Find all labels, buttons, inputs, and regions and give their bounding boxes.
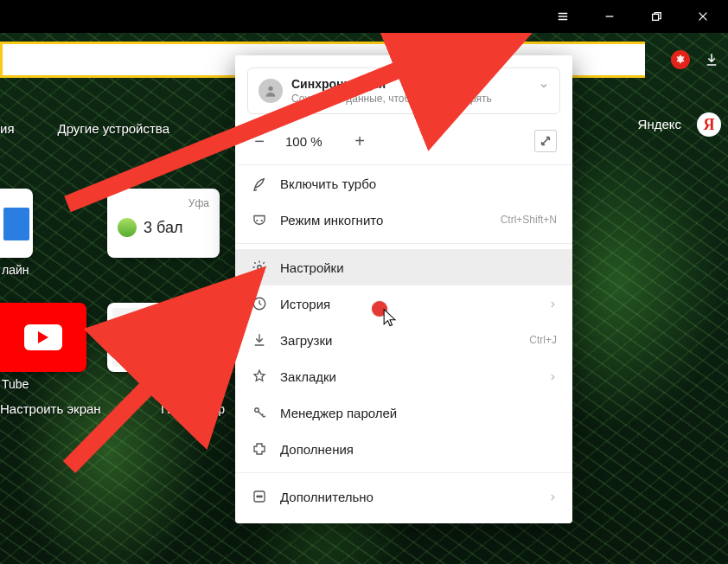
puzzle-icon	[251, 440, 268, 458]
gallery-link[interactable]: Галерея ф	[161, 401, 225, 416]
menu-item-turbo[interactable]: Включить турбо	[235, 165, 572, 202]
tile-docs-caption: лайн	[2, 263, 29, 277]
menu-item-label: Дополнительно	[280, 490, 374, 504]
menu-item-downloads[interactable]: Загрузки Ctrl+J	[235, 322, 572, 358]
weather-city: Уфа	[118, 197, 209, 209]
tile-docs[interactable]	[0, 189, 33, 258]
menu-item-addons[interactable]: Дополнения	[235, 431, 572, 467]
svg-point-1	[268, 87, 272, 91]
svg-point-6	[257, 496, 259, 497]
chevron-down-icon	[539, 79, 549, 94]
fullscreen-icon	[540, 135, 552, 147]
restore-icon	[650, 10, 662, 22]
menu-item-label: Менеджер паролей	[280, 406, 397, 420]
adblock-icon[interactable]	[671, 50, 690, 69]
main-menu-dropdown: Синхронизация Сохраните данные, чтобы их…	[235, 55, 572, 523]
gallery-cell: Яндекс	[112, 308, 162, 336]
chevron-right-icon	[548, 369, 557, 384]
star-icon	[251, 368, 268, 385]
tab-other-devices[interactable]: Другие устройства	[58, 121, 169, 136]
tile-weather[interactable]: Уфа 3 бал	[107, 189, 220, 258]
menu-item-passwords[interactable]: Менеджер паролей	[235, 394, 572, 431]
hamburger-icon	[557, 10, 569, 22]
mask-icon	[251, 211, 268, 228]
svg-rect-0	[653, 14, 659, 20]
menu-separator	[235, 472, 572, 473]
window-titlebar	[0, 0, 728, 33]
sync-subtitle: Сохраните данные, чтобы их не потерять	[291, 93, 492, 105]
zoom-value: 100 %	[285, 134, 334, 149]
chevron-right-icon	[548, 297, 557, 311]
menu-item-incognito[interactable]: Режим инкогнито Ctrl+Shift+N	[235, 202, 572, 238]
avatar-icon	[259, 79, 283, 103]
tab-fragment[interactable]: ия	[0, 121, 15, 136]
gear-icon	[251, 259, 268, 276]
gallery-cell	[165, 339, 214, 367]
downloads-icon[interactable]	[702, 50, 721, 69]
youtube-play-icon	[24, 324, 62, 350]
close-window-button[interactable]	[683, 0, 723, 33]
download-icon	[251, 331, 268, 349]
weather-status-icon	[118, 218, 137, 237]
tile-gallery[interactable]: Яндекс 🌄 ☂	[107, 303, 220, 372]
svg-point-2	[258, 266, 262, 270]
gallery-cell: ☂	[112, 339, 162, 367]
restore-button[interactable]	[636, 0, 676, 33]
svg-point-7	[259, 496, 260, 497]
menu-item-label: Настройки	[280, 260, 344, 275]
zoom-in-button[interactable]: +	[351, 131, 368, 151]
menu-item-label: Дополнения	[280, 442, 354, 457]
page-tabs: ия Другие устройства	[0, 121, 169, 136]
toolbar-right	[671, 42, 721, 78]
sync-title: Синхронизация	[291, 77, 492, 91]
menu-separator	[235, 243, 572, 244]
key-icon	[251, 404, 268, 421]
tile-youtube-caption: Tube	[2, 377, 29, 391]
tile-youtube[interactable]	[0, 303, 86, 372]
history-icon	[251, 295, 268, 312]
menu-item-label: Закладки	[280, 369, 336, 384]
more-icon	[251, 488, 268, 505]
rocket-icon	[251, 175, 268, 192]
minimize-button[interactable]	[590, 0, 629, 33]
yandex-link-label[interactable]: Яндекс	[638, 117, 681, 131]
keyboard-shortcut: Ctrl+Shift+N	[501, 214, 557, 226]
fullscreen-button[interactable]	[534, 130, 557, 152]
zoom-out-button[interactable]: −	[251, 131, 268, 151]
menu-item-label: Загрузки	[280, 333, 332, 348]
minimize-icon	[603, 10, 616, 22]
menu-item-bookmarks[interactable]: Закладки	[235, 358, 572, 394]
menu-item-more[interactable]: Дополнительно	[235, 478, 572, 515]
menu-item-label: Включить турбо	[280, 176, 376, 191]
menu-item-settings[interactable]: Настройки	[235, 249, 572, 285]
svg-point-8	[261, 496, 263, 497]
menu-item-history[interactable]: История	[235, 285, 572, 322]
sync-card[interactable]: Синхронизация Сохраните данные, чтобы их…	[247, 67, 560, 114]
menu-item-label: История	[280, 297, 330, 311]
menu-item-label: Режим инкогнито	[280, 213, 383, 228]
hamburger-menu-button[interactable]	[543, 0, 583, 33]
gallery-cell: 🌄	[165, 308, 214, 336]
zoom-controls: − 100 % +	[235, 123, 572, 165]
weather-value: 3 бал	[144, 219, 182, 237]
chevron-right-icon	[548, 490, 557, 504]
yandex-badge[interactable]: Я	[697, 112, 721, 137]
keyboard-shortcut: Ctrl+J	[529, 334, 557, 346]
configure-screen-link[interactable]: Настроить экран	[0, 401, 101, 416]
close-icon	[697, 10, 709, 22]
